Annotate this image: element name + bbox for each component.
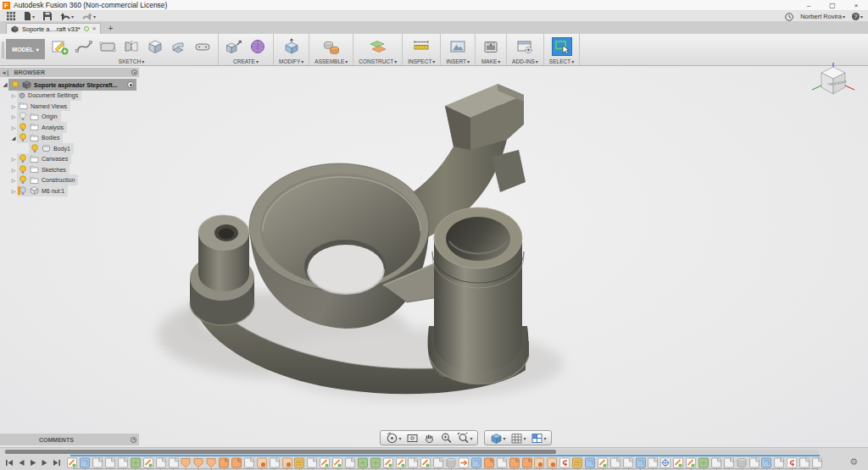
- browser-item-chip[interactable]: ⚙Document Settings: [17, 91, 81, 101]
- timeline-feature-feature[interactable]: [722, 457, 735, 468]
- collapse-panel-icon[interactable]: ◂❘: [3, 69, 10, 76]
- redo-button[interactable]: ▾: [79, 11, 99, 21]
- timeline-feature-feature[interactable]: [242, 457, 255, 468]
- browser-item[interactable]: ◢Bodies: [0, 133, 139, 144]
- visibility-bulb-icon[interactable]: [19, 133, 27, 142]
- toolbar-group-label[interactable]: SKETCH▾: [119, 58, 144, 64]
- timeline-feature-shield[interactable]: [205, 457, 218, 468]
- cad-model[interactable]: [127, 72, 602, 436]
- browser-item-chip[interactable]: Origin: [17, 111, 61, 122]
- activate-radio-icon[interactable]: [127, 81, 134, 88]
- timeline-feature-feature[interactable]: [709, 457, 722, 468]
- timeline-feature-feature[interactable]: [811, 457, 824, 468]
- spline-button[interactable]: [74, 37, 94, 56]
- timeline-feature-column[interactable]: [293, 457, 306, 468]
- timeline-feature-feature[interactable]: [407, 457, 420, 468]
- timeline-feature-sketch[interactable]: [685, 457, 698, 468]
- timeline-feature-sketch[interactable]: [319, 457, 331, 468]
- timeline-feature-sketch[interactable]: [66, 457, 79, 468]
- browser-item-chip[interactable]: Analysis: [17, 122, 67, 133]
- insert-image-button[interactable]: [448, 37, 468, 56]
- timeline-scrollbar[interactable]: [3, 450, 819, 454]
- timeline-feature-sketch[interactable]: [142, 457, 154, 468]
- timeline-feature-extrude[interactable]: [79, 457, 92, 468]
- toolbar-group-label[interactable]: MAKE▾: [481, 58, 500, 64]
- skip-start-button[interactable]: [3, 457, 15, 468]
- timeline-feature-feature[interactable]: [344, 457, 357, 468]
- timeline-feature-feature[interactable]: [773, 457, 786, 468]
- browser-item[interactable]: ▷Canvases: [0, 154, 139, 165]
- timeline-feature-feature[interactable]: [621, 457, 634, 468]
- visibility-bulb-icon[interactable]: [11, 80, 19, 90]
- timeline-feature-extrude[interactable]: [470, 457, 483, 468]
- timeline-scrollbar-thumb[interactable]: [5, 450, 556, 454]
- workspace-selector[interactable]: MODEL ▾: [6, 39, 45, 59]
- timeline-feature-corner[interactable]: [231, 457, 243, 468]
- addins-button[interactable]: [515, 37, 535, 56]
- expand-arrow-icon[interactable]: ▷: [10, 188, 17, 194]
- user-menu[interactable]: Norbert Rovira ▾: [800, 13, 845, 20]
- minimize-button[interactable]: –: [797, 0, 821, 11]
- timeline-feature-feature[interactable]: [154, 457, 167, 468]
- timeline-feature-feature[interactable]: [647, 457, 659, 468]
- timeline-feature-hand[interactable]: [546, 457, 559, 468]
- notifications-clock-icon[interactable]: [785, 13, 793, 21]
- step-forward-button[interactable]: [39, 457, 51, 468]
- expand-arrow-icon[interactable]: ◢: [2, 81, 8, 88]
- timeline-feature-corner[interactable]: [520, 457, 533, 468]
- sweep-button[interactable]: [169, 37, 189, 56]
- joint-button[interactable]: [321, 37, 342, 56]
- save-button[interactable]: [40, 11, 55, 21]
- grid-button[interactable]: ▾: [508, 431, 528, 445]
- expand-arrow-icon[interactable]: ▷: [10, 124, 17, 130]
- skip-end-button[interactable]: [51, 457, 63, 468]
- comments-panel[interactable]: COMMENTS: [0, 434, 139, 445]
- timeline-settings-icon[interactable]: ⚙: [849, 456, 858, 467]
- timeline-feature-form[interactable]: [356, 457, 369, 468]
- visibility-bulb-icon[interactable]: [19, 175, 27, 185]
- expand-arrow-icon[interactable]: ▷: [10, 177, 17, 183]
- timeline-feature-feature[interactable]: [167, 457, 180, 468]
- timeline-feature-undo[interactable]: [786, 457, 798, 468]
- toolbar-group-label[interactable]: INSERT▾: [446, 58, 470, 64]
- expand-arrow-icon[interactable]: ◢: [10, 135, 17, 141]
- zoom-button[interactable]: [437, 431, 454, 445]
- view-cube[interactable]: LEFT FRONT: [807, 59, 860, 112]
- timeline-feature-form[interactable]: [698, 457, 710, 468]
- browser-item[interactable]: ▷Analysis: [0, 122, 139, 133]
- timeline-feature-feature[interactable]: [268, 457, 281, 468]
- timeline-feature-sketch[interactable]: [672, 457, 685, 468]
- timeline-feature-column[interactable]: [571, 457, 584, 468]
- lookat-button[interactable]: [403, 431, 420, 445]
- browser-item[interactable]: Body1: [0, 143, 139, 154]
- browser-item-chip[interactable]: Bodies: [17, 132, 63, 143]
- timeline-feature-shield[interactable]: [180, 457, 192, 468]
- browser-item-chip[interactable]: Body1: [29, 143, 74, 154]
- new-tab-button[interactable]: +: [108, 24, 113, 34]
- timeline-feature-flag[interactable]: [458, 457, 470, 468]
- box3d-button[interactable]: [145, 37, 165, 56]
- orbit-button[interactable]: ▾: [383, 431, 403, 445]
- display-button[interactable]: ▾: [487, 431, 508, 445]
- timeline-feature-shield[interactable]: [192, 457, 205, 468]
- timeline-feature-corner[interactable]: [508, 457, 520, 468]
- visibility-bulb-icon[interactable]: [31, 144, 39, 153]
- timeline-feature-compass[interactable]: [659, 457, 672, 468]
- print3d-button[interactable]: [481, 37, 501, 56]
- timeline-feature-sketch[interactable]: [420, 457, 432, 468]
- expand-arrow-icon[interactable]: ▷: [10, 103, 17, 109]
- browser-item-chip[interactable]: M6 nut:1: [17, 185, 68, 196]
- new-component-button[interactable]: [224, 37, 244, 56]
- browser-item[interactable]: ▷Origin: [0, 112, 139, 123]
- timeline-feature-feature[interactable]: [798, 457, 811, 468]
- create-sketch-button[interactable]: [50, 37, 70, 56]
- timeline-feature-form[interactable]: [129, 457, 142, 468]
- slot-button[interactable]: [192, 37, 213, 56]
- expand-arrow-icon[interactable]: ▷: [10, 167, 17, 173]
- browser-item[interactable]: ▷Sketches: [0, 164, 139, 175]
- timeline-feature-hand[interactable]: [533, 457, 546, 468]
- expand-arrow-icon[interactable]: ▷: [10, 156, 17, 162]
- mirror-button[interactable]: [121, 37, 142, 56]
- timeline-feature-feature[interactable]: [306, 457, 319, 468]
- pan-button[interactable]: [420, 431, 437, 445]
